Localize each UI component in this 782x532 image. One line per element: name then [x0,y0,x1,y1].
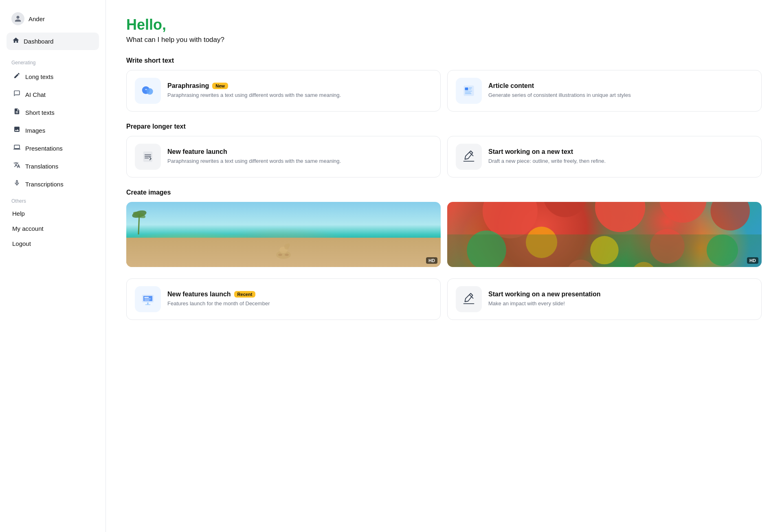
prepare-longer-text-title: Prepare longer text [126,123,762,130]
svg-rect-8 [465,93,472,94]
help-label: Help [12,210,25,217]
new-feature-launch-text: New feature launch Paraphrasing rewrites… [167,148,432,165]
sidebar-item-images[interactable]: Images [7,122,99,139]
new-feature-launch-card[interactable]: New feature launch Paraphrasing rewrites… [126,136,441,177]
paraphrasing-icon-wrap [135,78,161,104]
paraphrasing-title: Paraphrasing New [167,82,432,90]
svg-rect-36 [447,234,762,267]
subtitle-text: What can I help you with today? [126,36,762,44]
username: Ander [29,15,45,22]
recent-badge: Recent [234,291,256,298]
generating-section-label: Generating [7,60,99,66]
article-content-card-text: Article content Generate series of consi… [488,82,753,99]
hd-badge-beach: HD [426,257,437,264]
sidebar-item-transcriptions[interactable]: Transcriptions [7,175,99,193]
svg-point-26 [595,202,646,232]
article-content-title: Article content [488,82,753,90]
start-working-text-desc: Draft a new piece: outline, write freely… [488,157,753,165]
sidebar-item-long-texts[interactable]: Long texts [7,68,99,85]
logout-label: Logout [12,240,31,247]
home-icon [12,37,20,46]
new-features-pres-title: New features launch Recent [167,291,432,298]
mic-icon [12,180,21,188]
sidebar-item-ai-chat[interactable]: AI Chat [7,86,99,103]
hd-badge-flowers: HD [747,257,758,264]
new-feature-icon-wrap [135,144,161,170]
create-images-title: Create images [126,189,762,196]
new-features-pres-text: New features launch Recent Features laun… [167,291,432,308]
pencil-icon [12,72,21,81]
images-grid: HD HD [126,202,762,267]
article-icon-wrap [456,78,482,104]
svg-rect-39 [144,297,149,298]
svg-point-27 [659,202,707,223]
images-label: Images [25,127,45,134]
my-account-label: My account [12,225,44,232]
beach-dog-image[interactable]: HD [126,202,441,267]
dashboard-label: Dashboard [24,38,53,45]
paraphrasing-desc: Paraphrasing rewrites a text using diffe… [167,91,432,99]
write-short-text-title: Write short text [126,57,762,64]
sidebar: Ander Dashboard Generating Long texts AI… [0,0,106,532]
presentations-label: Presentations [25,145,63,152]
new-feature-launch-desc: Paraphrasing rewrites a text using diffe… [167,157,432,165]
document-icon [12,108,21,117]
start-pres-icon-wrap [456,286,482,312]
beach-image-inner [126,202,441,267]
article-content-desc: Generate series of consistent illustrati… [488,91,753,99]
greeting-text: Hello, [126,16,762,33]
sidebar-item-help[interactable]: Help [7,206,99,221]
start-working-text-title: Start working on a new text [488,148,753,155]
start-working-pres-text: Start working on a new presentation Make… [488,291,753,308]
translate-icon [12,162,21,171]
short-texts-label: Short texts [25,109,55,116]
new-features-pres-desc: Features launch for the month of Decembe… [167,300,432,308]
svg-point-18 [287,243,290,247]
start-working-text-card[interactable]: Start working on a new text Draft a new … [447,136,762,177]
write-short-text-grid: Paraphrasing New Paraphrasing rewrites a… [126,70,762,112]
chat-icon [12,90,21,99]
sidebar-item-translations[interactable]: Translations [7,158,99,175]
start-working-pres-desc: Make an impact with every slide! [488,300,753,308]
sidebar-item-logout[interactable]: Logout [7,236,99,251]
svg-rect-42 [147,302,148,304]
svg-rect-43 [145,304,151,305]
sidebar-item-short-texts[interactable]: Short texts [7,104,99,121]
sidebar-item-my-account[interactable]: My account [7,221,99,236]
pres-icon-wrap [135,286,161,312]
start-working-pres-title: Start working on a new presentation [488,291,753,298]
ai-chat-label: AI Chat [25,91,46,98]
svg-rect-5 [469,89,471,90]
sidebar-item-presentations[interactable]: Presentations [7,140,99,157]
svg-point-25 [543,202,587,217]
flower-image-inner [447,202,762,267]
start-working-text-card-text: Start working on a new text Draft a new … [488,148,753,165]
prepare-longer-text-grid: New feature launch Paraphrasing rewrites… [126,136,762,177]
article-content-card[interactable]: Article content Generate series of consi… [447,70,762,112]
svg-rect-41 [144,300,149,301]
user-profile[interactable]: Ander [7,8,99,29]
new-feature-launch-title: New feature launch [167,148,432,155]
translations-label: Translations [25,163,58,170]
dashboard-item[interactable]: Dashboard [7,33,99,50]
paraphrasing-card[interactable]: Paraphrasing New Paraphrasing rewrites a… [126,70,441,112]
svg-point-28 [711,202,750,230]
transcriptions-label: Transcriptions [25,181,64,188]
presentations-grid: New features launch Recent Features laun… [126,278,762,320]
paraphrasing-card-text: Paraphrasing New Paraphrasing rewrites a… [167,82,432,99]
svg-rect-4 [469,88,472,88]
new-features-launch-pres-card[interactable]: New features launch Recent Features laun… [126,278,441,320]
laptop-icon [12,144,21,153]
others-section-label: Others [7,198,99,204]
image-icon [12,126,21,135]
avatar-icon [11,12,24,25]
start-working-pres-card[interactable]: Start working on a new presentation Make… [447,278,762,320]
svg-point-1 [147,88,153,95]
svg-rect-40 [144,298,151,299]
start-working-text-icon-wrap [456,144,482,170]
flowers-image[interactable]: HD [447,202,762,267]
svg-rect-3 [465,88,468,90]
svg-point-19 [278,254,282,256]
svg-rect-6 [465,91,472,92]
svg-rect-7 [465,92,471,93]
